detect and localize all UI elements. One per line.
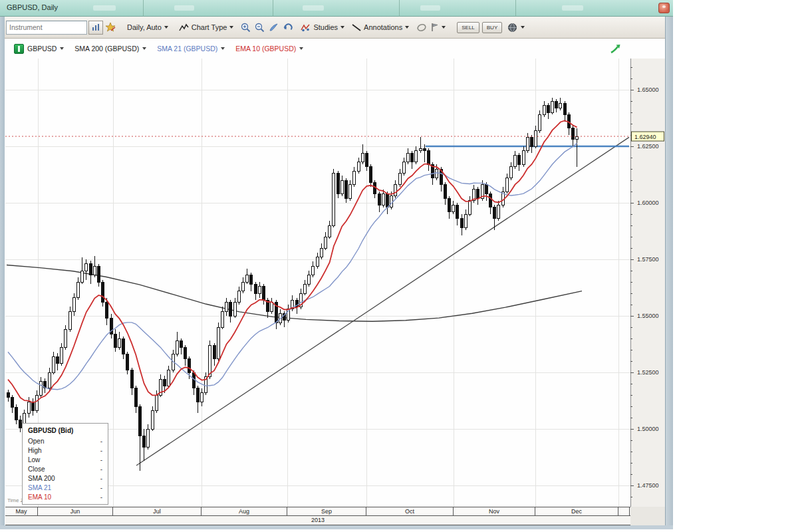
studies-dropdown[interactable]: Studies xyxy=(299,20,346,35)
tooltip-row-label: Close xyxy=(28,466,45,473)
titlebar-decoration xyxy=(174,5,194,11)
growth-arrow-button[interactable] xyxy=(610,44,621,57)
svg-text:1.47500: 1.47500 xyxy=(637,482,659,489)
legend-item-label: GBPUSD xyxy=(27,45,57,53)
chevron-down-icon xyxy=(299,47,303,50)
annotations-label: Annotations xyxy=(364,23,402,31)
svg-text:1.57500: 1.57500 xyxy=(637,256,659,263)
flag-dropdown[interactable] xyxy=(429,20,448,35)
chevron-down-icon xyxy=(221,47,225,50)
window-titlebar: GBPUSD, Daily xyxy=(0,0,673,17)
window-title: GBPUSD, Daily xyxy=(7,3,58,11)
chart-window: GBPUSD, Daily Daily, Auto xyxy=(0,0,673,529)
instrument-lookup-button[interactable] xyxy=(88,21,103,35)
titlebar-decoration xyxy=(420,5,440,11)
buy-button[interactable]: BUY xyxy=(482,22,502,33)
tooltip-row-value: - xyxy=(100,493,102,501)
tooltip-row: Low- xyxy=(23,455,108,464)
legend-item-gbpusd[interactable]: GBPUSD xyxy=(27,45,64,53)
tooltip-row-label: Low xyxy=(28,456,40,464)
tooltip-row-label: EMA 10 xyxy=(28,493,51,501)
window-frame-left xyxy=(0,17,5,529)
month-cell-dec[interactable]: Dec xyxy=(535,507,618,515)
tooltip-row: SMA 200- xyxy=(23,473,108,483)
titlebar-separator xyxy=(273,0,273,17)
period-dropdown[interactable]: Daily, Auto xyxy=(125,20,170,35)
undo-button[interactable] xyxy=(281,20,295,35)
share-dropdown[interactable] xyxy=(505,20,527,35)
svg-text:1.62500: 1.62500 xyxy=(637,143,659,150)
titlebar-decoration xyxy=(303,5,324,11)
chevron-down-icon xyxy=(164,26,168,29)
time-axis[interactable]: MayJunJulAugSepOctNovDec xyxy=(5,507,630,516)
brush-tool-button[interactable] xyxy=(267,20,281,35)
tooltip-row: EMA 10- xyxy=(23,492,108,501)
svg-text:1.65000: 1.65000 xyxy=(637,86,659,93)
close-button[interactable] xyxy=(658,3,670,13)
tooltip-row: Close- xyxy=(23,464,108,473)
titlebar-decoration xyxy=(562,5,583,11)
sell-button[interactable]: SELL xyxy=(457,22,479,33)
month-cell-jun[interactable]: Jun xyxy=(38,507,113,515)
svg-text:1.55000: 1.55000 xyxy=(637,313,659,319)
tooltip-row: SMA 21- xyxy=(23,483,108,492)
zoom-in-button[interactable] xyxy=(239,20,253,35)
titlebar-separator xyxy=(515,0,516,17)
green-arrow-icon xyxy=(610,44,621,54)
chevron-down-icon xyxy=(142,47,146,50)
month-cell-oct[interactable]: Oct xyxy=(366,507,454,515)
month-cell-jul[interactable]: Jul xyxy=(113,507,202,515)
studies-label: Studies xyxy=(313,23,338,31)
titlebar-separator xyxy=(143,0,144,17)
instrument-input[interactable] xyxy=(6,21,87,35)
tooltip-row-value: - xyxy=(100,447,102,454)
data-tooltip: GBPUSD (Bid) Open-High-Low-Close-SMA 200… xyxy=(22,423,108,505)
chevron-down-icon xyxy=(229,26,233,29)
annotations-dropdown[interactable]: Annotations xyxy=(350,20,411,35)
tooltip-row: Open- xyxy=(23,436,108,446)
titlebar-decoration xyxy=(93,5,116,11)
tooltip-title: GBPUSD (Bid) xyxy=(23,426,108,436)
chart-type-label: Chart Type xyxy=(192,23,227,31)
month-cell-nov[interactable]: Nov xyxy=(454,507,535,515)
studies-icon xyxy=(301,23,311,32)
month-cell-empty[interactable] xyxy=(618,507,630,515)
tooltip-row-label: SMA 200 xyxy=(28,475,55,482)
zoom-in-icon xyxy=(241,23,251,33)
price-marker-label: 1.62940 xyxy=(634,134,656,140)
window-frame-right[interactable] xyxy=(665,17,673,529)
legend-item-label: EMA 10 (GBPUSD) xyxy=(235,45,296,53)
chevron-down-icon xyxy=(521,26,525,29)
tooltip-row-value: - xyxy=(100,456,102,464)
trendline xyxy=(136,137,629,466)
month-cell-aug[interactable]: Aug xyxy=(202,507,287,515)
legend-item-sma-2[interactable]: SMA 21 (GBPUSD) xyxy=(157,45,225,53)
zoom-out-button[interactable] xyxy=(253,20,267,35)
legend-item-label: SMA 21 (GBPUSD) xyxy=(157,45,217,53)
ema10-line xyxy=(8,121,577,403)
mini-chart-icon xyxy=(92,23,100,31)
tooltip-row-value: - xyxy=(100,475,102,482)
month-cell-may[interactable]: May xyxy=(5,507,38,515)
ellipse-icon xyxy=(416,23,427,32)
chart-type-dropdown[interactable]: Chart Type xyxy=(177,20,236,35)
legend-item-sma-1[interactable]: SMA 200 (GBPUSD) xyxy=(74,45,146,53)
tooltip-row-label: SMA 21 xyxy=(28,484,51,491)
chevron-down-icon xyxy=(405,26,409,29)
svg-text:1.52500: 1.52500 xyxy=(637,369,659,376)
tooltip-row: High- xyxy=(23,446,108,455)
year-label: 2013 xyxy=(311,517,325,523)
chevron-down-icon xyxy=(442,26,446,29)
indicator-legend: GBPUSDSMA 200 (GBPUSD)SMA 21 (GBPUSD)EMA… xyxy=(5,39,665,59)
legend-item-ema-3[interactable]: EMA 10 (GBPUSD) xyxy=(235,45,303,53)
favorites-button[interactable] xyxy=(103,20,118,35)
flag-icon xyxy=(431,23,439,32)
instrument-icon xyxy=(14,44,24,54)
brush-icon xyxy=(269,23,279,32)
globe-icon xyxy=(507,23,518,33)
year-band[interactable]: 2013 xyxy=(5,516,630,525)
chevron-down-icon xyxy=(60,47,64,50)
month-cell-sep[interactable]: Sep xyxy=(287,507,366,515)
legend-item-label: SMA 200 (GBPUSD) xyxy=(74,45,139,53)
ellipse-tool-button[interactable] xyxy=(414,20,429,35)
